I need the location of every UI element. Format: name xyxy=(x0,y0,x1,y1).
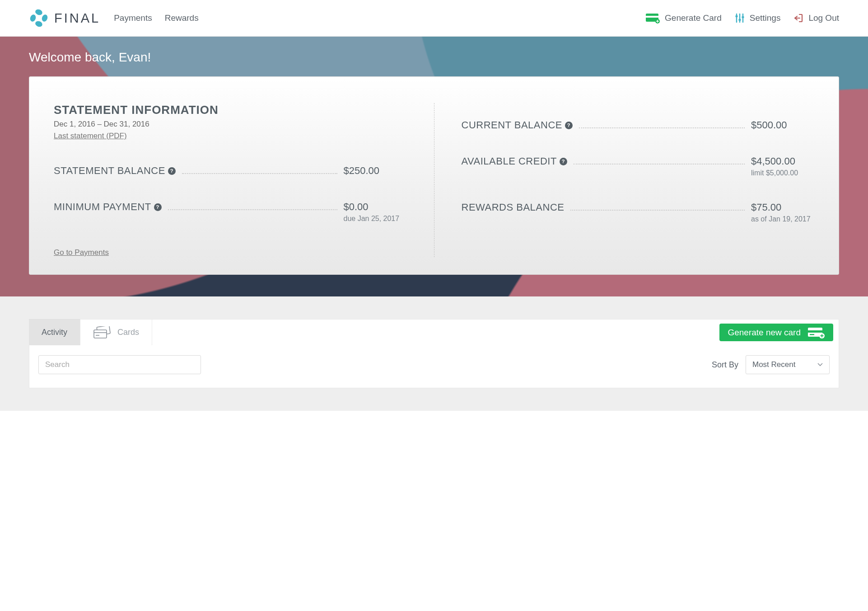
cards-icon xyxy=(93,326,111,339)
sort-by-label: Sort By xyxy=(712,360,738,370)
svg-rect-20 xyxy=(810,334,814,335)
statement-date-range: Dec 1, 2016 – Dec 31, 2016 xyxy=(54,120,407,129)
nav-settings[interactable]: Settings xyxy=(734,13,781,24)
go-to-payments-link[interactable]: Go to Payments xyxy=(54,248,109,257)
statement-title: STATEMENT INFORMATION xyxy=(54,103,407,117)
tab-activity[interactable]: Activity xyxy=(29,319,80,345)
credit-limit: limit $5,000.00 xyxy=(751,169,814,177)
row-available-credit: AVAILABLE CREDIT ? $4,500.00 limit $5,00… xyxy=(462,155,815,177)
row-current-balance: CURRENT BALANCE ? $500.00 xyxy=(462,119,815,131)
statement-left-col: STATEMENT INFORMATION Dec 1, 2016 – Dec … xyxy=(54,103,434,257)
search-input[interactable] xyxy=(38,355,201,374)
statement-balance-label: STATEMENT BALANCE xyxy=(54,165,165,177)
card-plus-icon xyxy=(646,13,660,24)
tabs-row: Activity Cards Generate new card xyxy=(29,319,839,345)
nav-payments[interactable]: Payments xyxy=(114,13,152,23)
available-credit-value: $4,500.00 xyxy=(751,155,814,167)
help-icon[interactable]: ? xyxy=(168,167,176,175)
svg-rect-12 xyxy=(742,16,744,18)
dotted-leader xyxy=(574,164,745,164)
nav-left: Payments Rewards xyxy=(114,13,198,23)
tab-cards[interactable]: Cards xyxy=(80,319,152,345)
tabs-fill: Generate new card xyxy=(152,319,839,345)
welcome-message: Welcome back, Evan! xyxy=(29,50,839,65)
last-statement-pdf-link[interactable]: Last statement (PDF) xyxy=(54,132,127,141)
dotted-leader xyxy=(579,127,745,128)
sliders-icon xyxy=(734,13,745,24)
content-area: Activity Cards Generate new card xyxy=(0,296,868,411)
rewards-balance-label: REWARDS BALANCE xyxy=(462,202,565,213)
chevron-down-icon xyxy=(817,363,823,367)
hero: Welcome back, Evan! STATEMENT INFORMATIO… xyxy=(0,37,868,296)
sort-select-value: Most Recent xyxy=(752,360,795,369)
current-balance-value: $500.00 xyxy=(751,119,814,131)
row-statement-balance: STATEMENT BALANCE ? $250.00 xyxy=(54,165,407,177)
statement-card: STATEMENT INFORMATION Dec 1, 2016 – Dec … xyxy=(29,76,839,275)
brand-name: FINAL xyxy=(54,11,100,26)
generate-new-card-label: Generate new card xyxy=(728,328,801,338)
svg-rect-10 xyxy=(735,15,737,17)
nav-generate-card-label: Generate Card xyxy=(665,13,722,23)
available-credit-label: AVAILABLE CREDIT xyxy=(462,155,557,167)
row-rewards-balance: REWARDS BALANCE $75.00 as of Jan 19, 201… xyxy=(462,202,815,223)
help-icon[interactable]: ? xyxy=(560,158,567,165)
generate-new-card-button[interactable]: Generate new card xyxy=(719,324,833,341)
nav-generate-card[interactable]: Generate Card xyxy=(646,13,722,24)
brand-logo[interactable]: FINAL xyxy=(29,8,100,28)
sort-select[interactable]: Most Recent xyxy=(746,355,830,374)
tab-cards-label: Cards xyxy=(117,328,139,337)
statement-balance-value: $250.00 xyxy=(344,165,407,177)
svg-rect-11 xyxy=(738,19,741,21)
logo-icon xyxy=(29,8,49,28)
dotted-leader xyxy=(168,209,337,210)
filter-row: Sort By Most Recent xyxy=(29,345,839,388)
svg-point-3 xyxy=(29,14,37,22)
statement-right-col: CURRENT BALANCE ? $500.00 AVAILABLE CRED… xyxy=(434,103,815,257)
svg-rect-15 xyxy=(94,330,107,338)
dotted-leader xyxy=(570,210,745,211)
help-icon[interactable]: ? xyxy=(565,122,573,129)
nav-rewards[interactable]: Rewards xyxy=(165,13,199,23)
minimum-payment-value: $0.00 xyxy=(344,201,407,213)
help-icon[interactable]: ? xyxy=(154,203,162,211)
rewards-as-of: as of Jan 19, 2017 xyxy=(751,215,814,223)
nav-settings-label: Settings xyxy=(750,13,781,23)
nav-right: Generate Card Settings xyxy=(646,13,839,24)
topbar: FINAL Payments Rewards Generate Card xyxy=(0,0,868,37)
logout-icon xyxy=(793,13,804,24)
row-minimum-payment: MINIMUM PAYMENT ? $0.00 due Jan 25, 2017 xyxy=(54,201,407,223)
rewards-balance-value: $75.00 xyxy=(751,202,814,213)
svg-point-2 xyxy=(34,20,43,28)
tab-activity-label: Activity xyxy=(42,328,67,337)
card-plus-icon xyxy=(807,326,825,339)
svg-rect-19 xyxy=(808,330,822,333)
nav-logout-label: Log Out xyxy=(808,13,839,23)
dotted-leader xyxy=(182,173,337,174)
minimum-payment-label: MINIMUM PAYMENT xyxy=(54,201,151,213)
svg-rect-5 xyxy=(646,16,658,18)
svg-point-0 xyxy=(34,9,43,16)
current-balance-label: CURRENT BALANCE xyxy=(462,119,562,131)
svg-point-1 xyxy=(41,14,49,22)
minimum-payment-due: due Jan 25, 2017 xyxy=(344,215,407,223)
nav-logout[interactable]: Log Out xyxy=(793,13,839,24)
